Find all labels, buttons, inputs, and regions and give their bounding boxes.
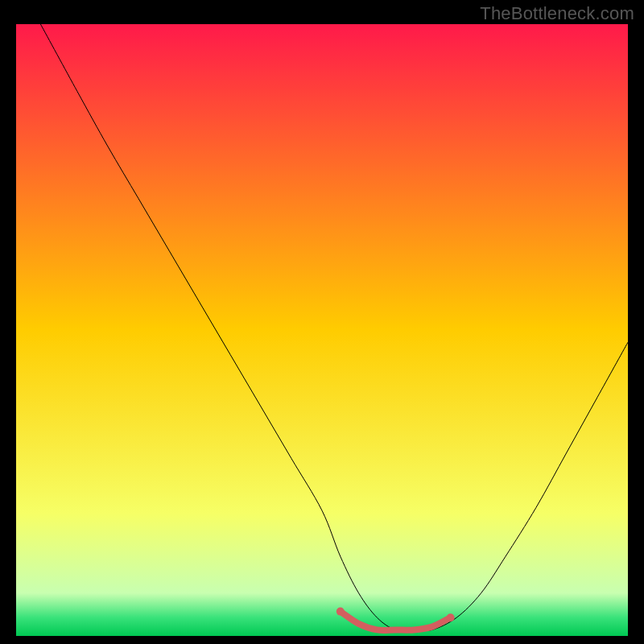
chart-container: TheBottleneck.com [0,0,644,644]
plot-frame [16,24,628,636]
optimal-zone-endpoint [447,613,455,621]
gradient-background [16,24,628,636]
optimal-zone-endpoint [336,608,345,616]
plot-svg [16,24,628,636]
watermark-text: TheBottleneck.com [480,3,634,24]
